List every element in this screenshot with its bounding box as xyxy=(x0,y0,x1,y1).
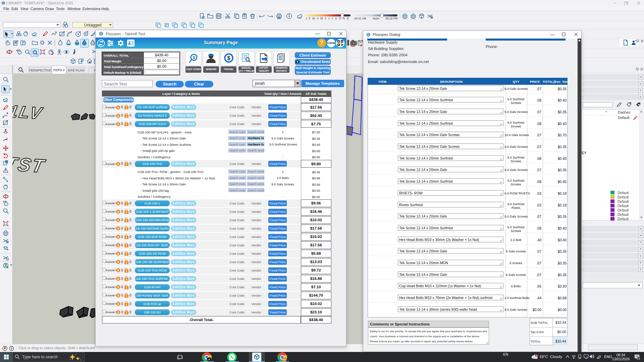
svg-text:$: $ xyxy=(117,227,119,230)
svg-text:$: $ xyxy=(117,302,119,306)
svg-text:$: $ xyxy=(117,286,119,289)
svg-text:$: $ xyxy=(126,295,127,298)
svg-text:$: $ xyxy=(117,235,119,239)
svg-text:18: 18 xyxy=(637,357,640,360)
svg-text:$: $ xyxy=(117,269,119,272)
svg-text:$: $ xyxy=(126,107,127,109)
svg-text:$: $ xyxy=(117,106,119,109)
svg-text:$: $ xyxy=(126,287,127,289)
svg-text:$: $ xyxy=(193,55,195,60)
svg-text:2: 2 xyxy=(536,355,537,357)
svg-text:$: $ xyxy=(126,278,127,281)
svg-text:$: $ xyxy=(126,203,127,205)
svg-text:$: $ xyxy=(117,277,119,281)
svg-text:$: $ xyxy=(126,123,127,126)
svg-text:$: $ xyxy=(117,311,119,314)
svg-text:$: $ xyxy=(227,55,230,61)
svg-text:$: $ xyxy=(126,228,127,231)
svg-text:$: $ xyxy=(126,303,127,306)
svg-text:$: $ xyxy=(117,114,119,118)
svg-text:$: $ xyxy=(126,245,127,247)
svg-text:$: $ xyxy=(117,252,119,255)
svg-text:$: $ xyxy=(117,202,119,205)
svg-text:$: $ xyxy=(117,123,119,126)
svg-text:$: $ xyxy=(126,163,127,166)
svg-text:$: $ xyxy=(117,244,119,247)
svg-text:$: $ xyxy=(117,219,119,222)
svg-text:$: $ xyxy=(126,115,127,118)
svg-text:$: $ xyxy=(126,312,127,314)
svg-text:$: $ xyxy=(126,270,127,273)
svg-text:$: $ xyxy=(126,261,127,264)
svg-text:$: $ xyxy=(117,163,119,166)
svg-text:$: $ xyxy=(117,260,119,264)
svg-text:$: $ xyxy=(126,236,127,239)
svg-text:$: $ xyxy=(126,220,127,222)
svg-text:$: $ xyxy=(126,253,127,256)
svg-text:$: $ xyxy=(117,294,119,297)
svg-text:$: $ xyxy=(117,210,119,214)
svg-text:$: $ xyxy=(126,211,127,214)
